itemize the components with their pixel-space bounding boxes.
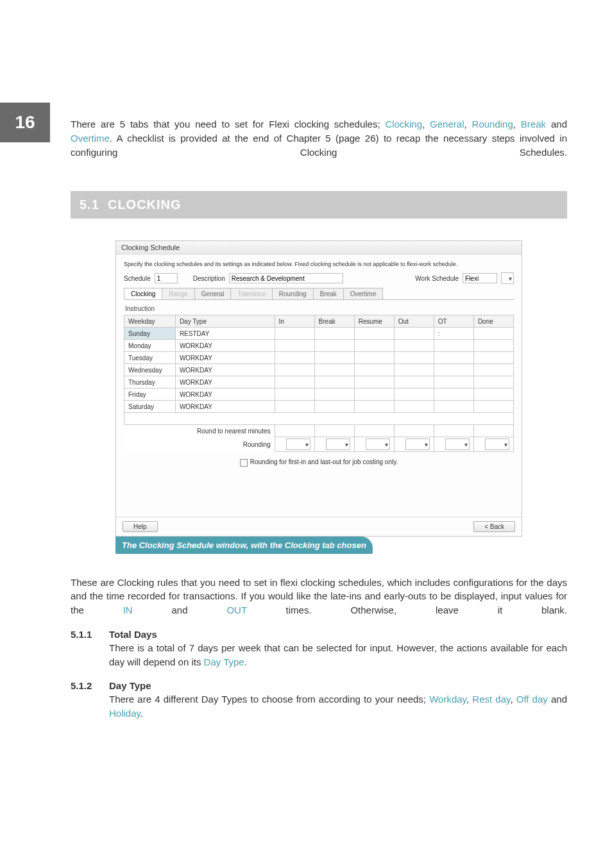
- rounding-select[interactable]: ▾: [445, 438, 470, 450]
- tabstrip: Clocking Range General Tolerance Roundin…: [124, 288, 514, 300]
- th-break: Break: [314, 315, 354, 328]
- kw-clocking: Clocking: [386, 119, 423, 129]
- table-row[interactable]: FridayWORKDAY: [124, 388, 514, 401]
- kw-holiday: Holiday: [109, 708, 140, 719]
- screenshot-caption: The Clocking Schedule window, with the C…: [115, 537, 373, 554]
- table-row[interactable]: TuesdayWORKDAY: [124, 352, 514, 364]
- table-row[interactable]: MondayWORKDAY: [124, 340, 514, 352]
- label-work-schedule: Work Schedule: [415, 275, 459, 282]
- label-description: Description: [193, 275, 225, 282]
- table-row[interactable]: SaturdayWORKDAY: [124, 401, 514, 413]
- kw-overtime: Overtime: [71, 133, 110, 144]
- rounding-select[interactable]: ▾: [405, 438, 430, 450]
- section-number: 5.1: [80, 197, 99, 212]
- intro-paragraph: There are 5 tabs that you need to set fo…: [71, 117, 567, 159]
- kw-out: OUT: [226, 605, 246, 615]
- rounding-row-label: Rounding: [175, 437, 275, 452]
- table-row[interactable]: ThursdayWORKDAY: [124, 376, 514, 388]
- tab-general[interactable]: General: [194, 288, 232, 299]
- input-description[interactable]: [229, 273, 343, 283]
- label-schedule: Schedule: [124, 275, 151, 282]
- tab-rounding[interactable]: Rounding: [272, 288, 314, 299]
- help-button[interactable]: Help: [123, 521, 158, 532]
- subsection-number: 5.1.2: [71, 680, 100, 721]
- subsection-text: There is a total of 7 days per week that…: [109, 641, 567, 669]
- rounding-checkbox[interactable]: [240, 459, 248, 467]
- subsection-number: 5.1.1: [71, 629, 100, 669]
- subsection-title: Total Days: [109, 629, 567, 640]
- subsection-text: There are 4 different Day Types to choos…: [109, 692, 567, 721]
- intro-text: There are 5 tabs that you need to set fo…: [71, 119, 386, 129]
- window-title: Clocking Schedule: [116, 241, 522, 255]
- th-in: In: [275, 315, 314, 328]
- tab-clocking[interactable]: Clocking: [124, 288, 162, 299]
- th-out: Out: [394, 315, 434, 328]
- body-paragraph: These are Clocking rules that you need t…: [71, 576, 567, 617]
- kw-workday: Workday: [429, 694, 466, 705]
- th-ot: OT: [434, 315, 473, 328]
- page-number: 16: [0, 103, 50, 142]
- th-resume: Resume: [354, 315, 394, 328]
- tab-overtime[interactable]: Overtime: [343, 288, 384, 299]
- th-weekday: Weekday: [124, 315, 176, 328]
- tab-break[interactable]: Break: [313, 288, 344, 299]
- th-done: Done: [473, 315, 513, 328]
- table-row[interactable]: Sunday RESTDAY :: [124, 328, 514, 340]
- schedule-table: Weekday Day Type In Break Resume Out OT …: [124, 315, 514, 452]
- back-button[interactable]: < Back: [473, 521, 515, 532]
- rounding-select[interactable]: ▾: [326, 438, 350, 450]
- tab-tolerance: Tolerance: [230, 288, 272, 299]
- th-daytype: Day Type: [175, 315, 275, 328]
- rounding-select[interactable]: ▾: [286, 438, 310, 450]
- round-to-nearest-label: Round to nearest minutes: [175, 425, 275, 437]
- kw-daytype: Day Type: [204, 656, 244, 667]
- kw-restday: Rest day: [472, 694, 510, 705]
- subsection-title: Day Type: [109, 680, 567, 691]
- work-schedule-dropdown[interactable]: ▾: [501, 272, 514, 284]
- kw-offday: Off day: [516, 694, 548, 705]
- tab-range: Range: [162, 288, 194, 299]
- rounding-checkbox-label: Rounding for first-in and last-out for j…: [250, 458, 398, 465]
- rounding-select[interactable]: ▾: [366, 438, 390, 450]
- section-title: CLOCKING: [108, 197, 182, 212]
- window-note: Specify the clocking schedules and its s…: [124, 261, 514, 267]
- screenshot-window: Clocking Schedule Specify the clocking s…: [115, 240, 522, 536]
- kw-general: General: [430, 119, 464, 129]
- kw-in: IN: [123, 605, 133, 615]
- section-heading: 5.1 CLOCKING: [71, 191, 567, 219]
- input-work-schedule[interactable]: [463, 273, 497, 283]
- table-row[interactable]: WednesdayWORKDAY: [124, 364, 514, 376]
- input-schedule[interactable]: [155, 273, 178, 283]
- rounding-select[interactable]: ▾: [485, 438, 509, 450]
- kw-break: Break: [521, 119, 546, 129]
- instruction-label: Instruction: [125, 305, 514, 312]
- kw-rounding: Rounding: [472, 119, 513, 129]
